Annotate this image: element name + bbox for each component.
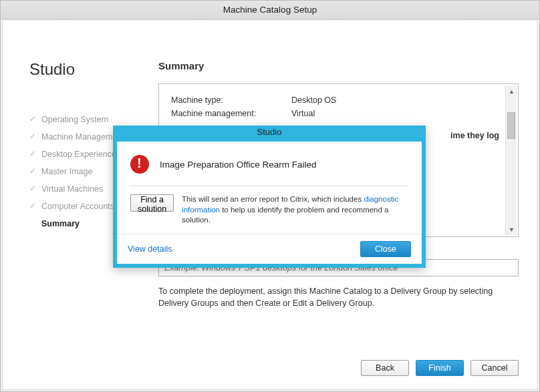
- summary-value: Virtual: [291, 109, 315, 118]
- page-title: Summary: [158, 60, 519, 71]
- divider: [130, 186, 408, 186]
- find-text-pre: This will send an error report to Citrix…: [182, 195, 364, 203]
- close-button[interactable]: Close: [360, 241, 411, 257]
- error-dialog: Studio Image Preparation Office Rearm Fa…: [113, 126, 426, 268]
- scroll-down-icon[interactable]: ▼: [506, 224, 517, 235]
- obscured-text-fragment: ime they log: [450, 131, 499, 140]
- summary-scrollbar[interactable]: ▲ ▼: [505, 85, 517, 235]
- error-message: Image Preparation Office Rearm Failed: [160, 160, 317, 170]
- summary-value: Desktop OS: [291, 95, 336, 105]
- window-title: Machine Catalog Setup: [1, 1, 539, 19]
- finish-button[interactable]: Finish: [416, 360, 464, 376]
- summary-key: Machine type:: [171, 95, 291, 105]
- summary-row-machine-management: Machine management: Virtual: [171, 107, 506, 120]
- scroll-thumb[interactable]: [507, 112, 515, 139]
- cancel-button[interactable]: Cancel: [470, 360, 519, 376]
- dialog-footer: View details Close: [117, 234, 422, 264]
- summary-row-machine-type: Machine type: Desktop OS: [171, 93, 506, 107]
- app-heading: Studio: [29, 60, 132, 79]
- helper-text: To complete the deployment, assign this …: [158, 286, 519, 309]
- error-icon: [130, 155, 149, 174]
- view-details-link[interactable]: View details: [128, 244, 172, 254]
- scroll-up-icon[interactable]: ▲: [506, 85, 517, 97]
- wizard-footer: Back Finish Cancel: [361, 360, 519, 376]
- find-solution-text: This will send an error report to Citrix…: [182, 194, 408, 226]
- dialog-title: Studio: [117, 127, 422, 142]
- summary-key: Machine management:: [171, 109, 291, 118]
- find-solution-button[interactable]: Find a solution: [130, 194, 174, 212]
- dialog-body: Image Preparation Office Rearm Failed Fi…: [117, 142, 422, 234]
- back-button[interactable]: Back: [361, 360, 409, 376]
